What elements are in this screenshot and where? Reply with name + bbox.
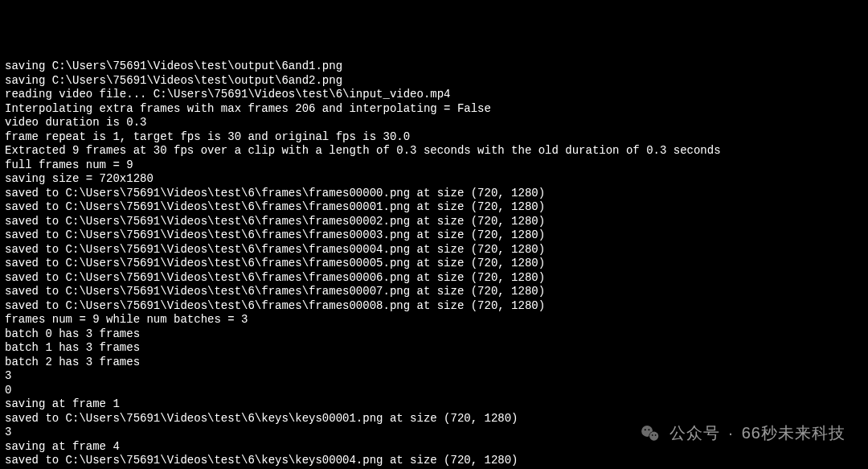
terminal-line: batch 2 has 3 frames: [5, 356, 863, 370]
terminal-line: saved to C:\Users\75691\Videos\test\6\fr…: [5, 257, 863, 271]
terminal-line: saved to C:\Users\75691\Videos\test\6\fr…: [5, 228, 863, 243]
terminal-line: batch 0 has 3 frames: [5, 327, 863, 342]
terminal-line: 0: [5, 384, 863, 398]
terminal-line: video duration is 0.3: [5, 116, 863, 130]
terminal-line: 3: [5, 426, 863, 440]
terminal-line: 3: [5, 369, 863, 384]
terminal-line: saved to C:\Users\75691\Videos\test\6\fr…: [5, 299, 863, 314]
terminal-line: saved to C:\Users\75691\Videos\test\6\fr…: [5, 285, 863, 299]
terminal-line: Extracted 9 frames at 30 fps over a clip…: [5, 144, 863, 158]
terminal-line: saved to C:\Users\75691\Videos\test\6\fr…: [5, 200, 863, 215]
terminal-line: frames num = 9 while num batches = 3: [5, 313, 863, 327]
terminal-line: saving size = 720x1280: [5, 172, 863, 187]
terminal-line: saved to C:\Users\75691\Videos\test\6\fr…: [5, 243, 863, 257]
terminal-line: saving at frame 4: [5, 440, 863, 455]
terminal-line: saving C:\Users\75691\Videos\test\output…: [5, 60, 863, 74]
terminal-output: saving C:\Users\75691\Videos\test\output…: [5, 60, 863, 469]
terminal-line: saved to C:\Users\75691\Videos\test\6\ke…: [5, 412, 863, 426]
terminal-line: saved to C:\Users\75691\Videos\test\6\ke…: [5, 454, 863, 468]
terminal-line: saved to C:\Users\75691\Videos\test\6\fr…: [5, 187, 863, 201]
terminal-line: saved to C:\Users\75691\Videos\test\6\fr…: [5, 215, 863, 229]
terminal-line: full frames num = 9: [5, 158, 863, 173]
terminal-line: saved to C:\Users\75691\Videos\test\6\fr…: [5, 271, 863, 286]
terminal-line: frame repeat is 1, target fps is 30 and …: [5, 130, 863, 145]
terminal-line: saving C:\Users\75691\Videos\test\output…: [5, 74, 863, 88]
terminal-line: saving at frame 1: [5, 397, 863, 412]
terminal-line: batch 1 has 3 frames: [5, 341, 863, 356]
terminal-line: Interpolating extra frames with max fram…: [5, 102, 863, 117]
terminal-line: reading video file... C:\Users\75691\Vid…: [5, 88, 863, 102]
